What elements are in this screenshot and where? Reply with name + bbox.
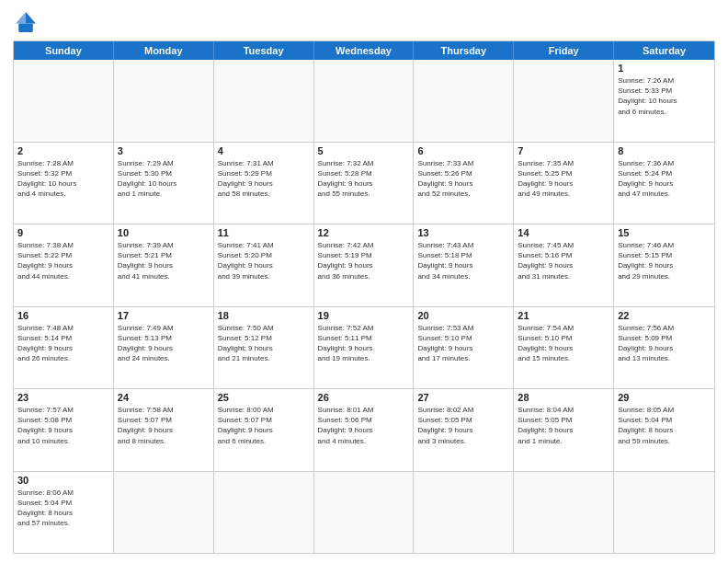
- svg-rect-2: [18, 24, 33, 32]
- calendar-day-15: 15Sunrise: 7:46 AM Sunset: 5:15 PM Dayli…: [614, 224, 714, 306]
- day-info: Sunrise: 7:41 AM Sunset: 5:20 PM Dayligh…: [218, 240, 310, 282]
- day-info: Sunrise: 7:57 AM Sunset: 5:08 PM Dayligh…: [17, 405, 109, 446]
- calendar-day-11: 11Sunrise: 7:41 AM Sunset: 5:20 PM Dayli…: [214, 224, 314, 306]
- day-number: 13: [417, 227, 509, 238]
- day-number: 5: [318, 145, 410, 156]
- day-number: 10: [118, 227, 210, 238]
- day-header-thursday: Thursday: [414, 41, 514, 60]
- calendar-row: 1Sunrise: 7:26 AM Sunset: 5:33 PM Daylig…: [14, 60, 714, 142]
- calendar-day-16: 16Sunrise: 7:48 AM Sunset: 5:14 PM Dayli…: [14, 307, 114, 389]
- day-info: Sunrise: 7:39 AM Sunset: 5:21 PM Dayligh…: [118, 240, 210, 282]
- day-info: Sunrise: 7:45 AM Sunset: 5:16 PM Dayligh…: [518, 240, 609, 282]
- svg-marker-1: [16, 12, 26, 23]
- calendar-day-5: 5Sunrise: 7:32 AM Sunset: 5:28 PM Daylig…: [314, 143, 415, 224]
- calendar-day-empty: [614, 472, 714, 554]
- calendar-day-empty: [14, 60, 114, 142]
- day-number: 11: [218, 227, 310, 238]
- calendar-day-13: 13Sunrise: 7:43 AM Sunset: 5:18 PM Dayli…: [414, 224, 514, 306]
- svg-marker-0: [26, 12, 36, 23]
- calendar-day-29: 29Sunrise: 8:05 AM Sunset: 5:04 PM Dayli…: [614, 389, 714, 471]
- calendar-row: 16Sunrise: 7:48 AM Sunset: 5:14 PM Dayli…: [14, 306, 714, 389]
- calendar-row: 30Sunrise: 8:06 AM Sunset: 5:04 PM Dayli…: [14, 471, 714, 554]
- calendar-day-empty: [314, 472, 415, 554]
- day-number: 25: [218, 392, 310, 403]
- calendar-day-empty: [114, 472, 214, 554]
- day-number: 24: [118, 392, 210, 403]
- day-header-friday: Friday: [514, 41, 614, 60]
- day-info: Sunrise: 7:42 AM Sunset: 5:19 PM Dayligh…: [318, 240, 410, 282]
- day-header-sunday: Sunday: [14, 41, 114, 60]
- day-info: Sunrise: 8:02 AM Sunset: 5:05 PM Dayligh…: [417, 405, 509, 446]
- calendar-row: 9Sunrise: 7:38 AM Sunset: 5:22 PM Daylig…: [14, 224, 714, 306]
- day-header-wednesday: Wednesday: [314, 41, 415, 60]
- calendar-row: 23Sunrise: 7:57 AM Sunset: 5:08 PM Dayli…: [14, 388, 714, 471]
- calendar-day-empty: [214, 60, 314, 142]
- calendar-day-10: 10Sunrise: 7:39 AM Sunset: 5:21 PM Dayli…: [114, 224, 214, 306]
- day-info: Sunrise: 7:52 AM Sunset: 5:11 PM Dayligh…: [318, 323, 410, 364]
- logo: [13, 9, 42, 35]
- day-header-tuesday: Tuesday: [214, 41, 314, 60]
- day-number: 21: [518, 310, 609, 321]
- day-number: 23: [17, 392, 109, 403]
- calendar-row: 2Sunrise: 7:28 AM Sunset: 5:32 PM Daylig…: [14, 142, 714, 224]
- day-info: Sunrise: 7:48 AM Sunset: 5:14 PM Dayligh…: [17, 323, 109, 364]
- day-info: Sunrise: 7:31 AM Sunset: 5:29 PM Dayligh…: [218, 158, 310, 200]
- day-info: Sunrise: 7:26 AM Sunset: 5:33 PM Dayligh…: [618, 75, 711, 117]
- day-header-saturday: Saturday: [614, 41, 714, 60]
- calendar: SundayMondayTuesdayWednesdayThursdayFrid…: [13, 40, 715, 554]
- header: [13, 9, 715, 35]
- day-number: 2: [17, 145, 109, 156]
- calendar-day-17: 17Sunrise: 7:49 AM Sunset: 5:13 PM Dayli…: [114, 307, 214, 389]
- day-number: 28: [518, 392, 609, 403]
- calendar-day-empty: [514, 472, 614, 554]
- calendar-day-empty: [514, 60, 614, 142]
- calendar-day-6: 6Sunrise: 7:33 AM Sunset: 5:26 PM Daylig…: [414, 143, 514, 224]
- calendar-day-2: 2Sunrise: 7:28 AM Sunset: 5:32 PM Daylig…: [14, 143, 114, 224]
- calendar-day-14: 14Sunrise: 7:45 AM Sunset: 5:16 PM Dayli…: [514, 224, 614, 306]
- calendar-day-8: 8Sunrise: 7:36 AM Sunset: 5:24 PM Daylig…: [614, 143, 714, 224]
- day-number: 8: [618, 145, 711, 156]
- calendar-day-7: 7Sunrise: 7:35 AM Sunset: 5:25 PM Daylig…: [514, 143, 614, 224]
- day-info: Sunrise: 7:43 AM Sunset: 5:18 PM Dayligh…: [417, 240, 509, 282]
- calendar-day-1: 1Sunrise: 7:26 AM Sunset: 5:33 PM Daylig…: [614, 60, 714, 142]
- calendar-day-empty: [314, 60, 415, 142]
- day-info: Sunrise: 7:46 AM Sunset: 5:15 PM Dayligh…: [618, 240, 711, 282]
- calendar-day-12: 12Sunrise: 7:42 AM Sunset: 5:19 PM Dayli…: [314, 224, 415, 306]
- day-info: Sunrise: 8:00 AM Sunset: 5:07 PM Dayligh…: [218, 405, 310, 446]
- day-number: 19: [318, 310, 410, 321]
- day-number: 9: [17, 227, 109, 238]
- day-number: 27: [417, 392, 509, 403]
- day-number: 26: [318, 392, 410, 403]
- day-info: Sunrise: 7:33 AM Sunset: 5:26 PM Dayligh…: [417, 158, 509, 200]
- page: SundayMondayTuesdayWednesdayThursdayFrid…: [0, 0, 728, 563]
- day-number: 1: [618, 63, 711, 74]
- calendar-day-empty: [414, 60, 514, 142]
- day-number: 12: [318, 227, 410, 238]
- calendar-day-26: 26Sunrise: 8:01 AM Sunset: 5:06 PM Dayli…: [314, 389, 415, 471]
- calendar-day-empty: [214, 472, 314, 554]
- day-info: Sunrise: 7:56 AM Sunset: 5:09 PM Dayligh…: [618, 323, 711, 364]
- day-number: 22: [618, 310, 711, 321]
- day-number: 3: [118, 145, 210, 156]
- calendar-day-30: 30Sunrise: 8:06 AM Sunset: 5:04 PM Dayli…: [14, 472, 114, 554]
- day-info: Sunrise: 7:49 AM Sunset: 5:13 PM Dayligh…: [118, 323, 210, 364]
- calendar-day-19: 19Sunrise: 7:52 AM Sunset: 5:11 PM Dayli…: [314, 307, 415, 389]
- calendar-day-empty: [114, 60, 214, 142]
- day-info: Sunrise: 7:28 AM Sunset: 5:32 PM Dayligh…: [17, 158, 109, 200]
- day-number: 6: [417, 145, 509, 156]
- day-number: 20: [417, 310, 509, 321]
- day-number: 30: [17, 475, 109, 486]
- calendar-day-24: 24Sunrise: 7:58 AM Sunset: 5:07 PM Dayli…: [114, 389, 214, 471]
- day-number: 16: [17, 310, 109, 321]
- calendar-day-20: 20Sunrise: 7:53 AM Sunset: 5:10 PM Dayli…: [414, 307, 514, 389]
- day-info: Sunrise: 7:50 AM Sunset: 5:12 PM Dayligh…: [218, 323, 310, 364]
- day-number: 7: [518, 145, 609, 156]
- logo-icon: [13, 9, 39, 35]
- calendar-day-28: 28Sunrise: 8:04 AM Sunset: 5:05 PM Dayli…: [514, 389, 614, 471]
- calendar-day-3: 3Sunrise: 7:29 AM Sunset: 5:30 PM Daylig…: [114, 143, 214, 224]
- day-info: Sunrise: 7:38 AM Sunset: 5:22 PM Dayligh…: [17, 240, 109, 282]
- calendar-day-empty: [414, 472, 514, 554]
- calendar-day-25: 25Sunrise: 8:00 AM Sunset: 5:07 PM Dayli…: [214, 389, 314, 471]
- calendar-day-23: 23Sunrise: 7:57 AM Sunset: 5:08 PM Dayli…: [14, 389, 114, 471]
- day-number: 4: [218, 145, 310, 156]
